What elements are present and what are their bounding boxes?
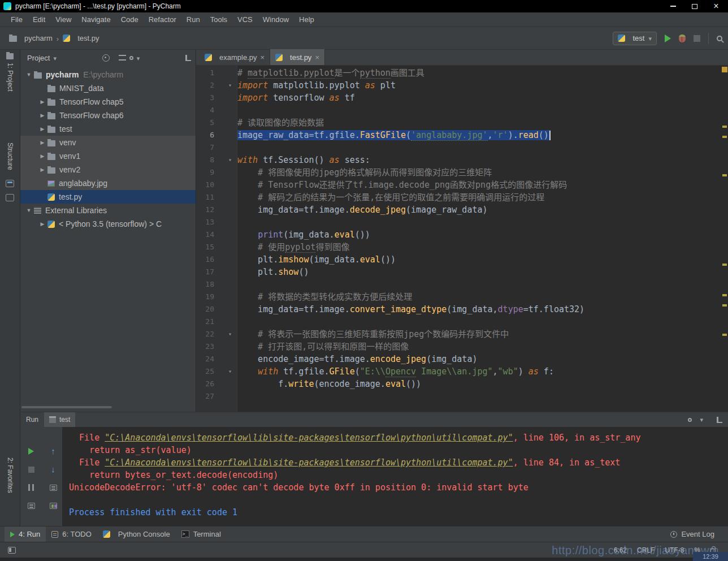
editor-tab-example-py[interactable]: example.py bbox=[200, 49, 270, 65]
tree-item-tensorflow-chap6[interactable]: TensorFlow chap6 bbox=[20, 109, 196, 122]
tool-window-toggle-icon[interactable] bbox=[8, 547, 16, 554]
code-line-15[interactable]: 15 # 使用pyplot得到图像 bbox=[196, 241, 721, 253]
maximize-button[interactable] bbox=[686, 1, 703, 12]
tool-button-4-run[interactable]: 4: Run bbox=[5, 527, 46, 542]
expand-arrow-icon[interactable] bbox=[37, 167, 47, 172]
tree-item-test-py[interactable]: test.py bbox=[20, 190, 196, 204]
run-config-selector[interactable]: test bbox=[613, 32, 657, 45]
code-line-13[interactable]: 13 bbox=[196, 216, 721, 228]
stop-button[interactable] bbox=[694, 35, 700, 42]
expand-arrow-icon[interactable] bbox=[37, 99, 47, 105]
tab-close-icon[interactable] bbox=[315, 53, 319, 62]
tree-item-venv2[interactable]: venv2 bbox=[20, 163, 196, 176]
menu-code[interactable]: Code bbox=[116, 12, 144, 27]
tool-button-terminal[interactable]: >_Terminal bbox=[176, 527, 227, 542]
code-line-25[interactable]: 25 with tf.gfile.GFile("E:\\Opencv Image… bbox=[196, 365, 721, 378]
code-line-11[interactable]: 11 # 解码之后的结果为一个张量,在使用它的取值之前需要明确调用运行的过程 bbox=[196, 191, 721, 204]
fold-marker-icon[interactable] bbox=[214, 365, 237, 378]
code-line-17[interactable]: 17 plt.show() bbox=[196, 266, 721, 278]
menu-run[interactable]: Run bbox=[181, 12, 205, 27]
code-line-24[interactable]: 24 encode_image=tf.image.encode_jpeg(img… bbox=[196, 353, 721, 365]
menu-help[interactable]: Help bbox=[294, 12, 319, 27]
menu-window[interactable]: Window bbox=[258, 12, 294, 27]
run-button[interactable] bbox=[665, 34, 671, 42]
collapse-arrow-icon[interactable] bbox=[24, 72, 34, 77]
console-file-link[interactable]: "C:\Anaconda\envs\tensorflow\lib\site-pa… bbox=[105, 458, 513, 468]
code-line-20[interactable]: 20 img_data=tf.image.convert_image_dtype… bbox=[196, 303, 721, 316]
warning-stripe-mark[interactable] bbox=[722, 264, 727, 266]
status-item-6-62[interactable]: 6:62 bbox=[614, 546, 627, 554]
scrollbar-error-stripe[interactable] bbox=[721, 66, 728, 412]
tree-item-python-3-5-tensorflow-c[interactable]: < Python 3.5 (tensorflow) > C bbox=[20, 217, 196, 231]
horizontal-scrollbar[interactable] bbox=[21, 406, 112, 408]
tool-button-python-console[interactable]: Python Console bbox=[97, 527, 176, 542]
run-console-output[interactable]: File "C:\Anaconda\envs\tensorflow\lib\si… bbox=[62, 427, 728, 526]
expand-arrow-icon[interactable] bbox=[37, 126, 47, 132]
project-panel-title[interactable]: Project bbox=[27, 54, 50, 62]
code-line-12[interactable]: 12 img_data=tf.image.decode_jpeg(image_r… bbox=[196, 204, 721, 216]
breadcrumb-item-pycharm[interactable]: pycharm bbox=[9, 34, 53, 42]
tree-item-mnist-data[interactable]: MNIST_data bbox=[20, 81, 196, 95]
warning-stripe-mark[interactable] bbox=[722, 126, 727, 128]
code-line-6[interactable]: 6image_raw_data=tf.gfile.FastGFile('angl… bbox=[196, 129, 721, 141]
code-line-1[interactable]: 1# matplotlib.pyplot是一个python画图工具 bbox=[196, 67, 721, 79]
menu-file[interactable]: File bbox=[6, 12, 28, 27]
code-line-9[interactable]: 9 # 将图像使用的jpeg的格式解码从而得到图像对应的三维矩阵 bbox=[196, 166, 721, 179]
status-item-utf-8[interactable]: UTF-8 bbox=[665, 546, 684, 554]
tool-button-2-favorites[interactable]: 2: Favorites bbox=[6, 454, 14, 497]
search-everywhere-button[interactable] bbox=[717, 36, 722, 41]
soft-wrap-button[interactable] bbox=[48, 500, 58, 511]
tool-button-structure[interactable]: Structure bbox=[6, 139, 14, 174]
code-line-26[interactable]: 26 f.write(encode_image.eval()) bbox=[196, 378, 721, 390]
tree-item-test[interactable]: test bbox=[20, 122, 196, 136]
warning-stripe-mark[interactable] bbox=[722, 174, 727, 176]
code-line-14[interactable]: 14 print(img_data.eval()) bbox=[196, 228, 721, 241]
code-line-22[interactable]: 22 # 将表示一张图像的三维矩阵重新按照jpeg个数编码并存到文件中 bbox=[196, 328, 721, 340]
stop-process-button[interactable] bbox=[26, 464, 36, 474]
code-line-18[interactable]: 18 bbox=[196, 278, 721, 291]
code-line-27[interactable]: 27 bbox=[196, 390, 721, 403]
console-file-link[interactable]: "C:\Anaconda\envs\tensorflow\lib\site-pa… bbox=[105, 433, 513, 443]
expand-arrow-icon[interactable] bbox=[37, 153, 47, 159]
menu-view[interactable]: View bbox=[50, 12, 76, 27]
code-line-4[interactable]: 4 bbox=[196, 104, 721, 116]
code-line-21[interactable]: 21 bbox=[196, 316, 721, 328]
close-button[interactable] bbox=[708, 1, 725, 12]
expand-arrow-icon[interactable] bbox=[37, 113, 47, 118]
code-line-3[interactable]: 3import tensorflow as tf bbox=[196, 92, 721, 104]
breadcrumb-item-test-py[interactable]: test.py bbox=[63, 34, 99, 42]
menu-refactor[interactable]: Refactor bbox=[144, 12, 181, 27]
tool-button-6-todo[interactable]: 6: TODO bbox=[46, 527, 97, 542]
code-line-16[interactable]: 16 plt.imshow(img_data.eval()) bbox=[196, 253, 721, 266]
hide-panel-icon[interactable] bbox=[717, 417, 722, 423]
minimize-button[interactable] bbox=[665, 1, 682, 12]
menu-tools[interactable]: Tools bbox=[205, 12, 232, 27]
code-line-23[interactable]: 23 # 打开该图,可以得到和原图一样的图像 bbox=[196, 340, 721, 353]
editor-tab-test-py[interactable]: test.py bbox=[270, 49, 325, 65]
code-line-2[interactable]: 2import matplotlib.pyplot as plt bbox=[196, 79, 721, 92]
menu-vcs[interactable]: VCS bbox=[232, 12, 258, 27]
gear-icon[interactable] bbox=[129, 56, 133, 60]
run-session-tab[interactable]: test bbox=[44, 412, 75, 427]
tool-button-event-log[interactable]: Event Log bbox=[665, 527, 720, 542]
locate-file-icon[interactable] bbox=[102, 54, 110, 62]
code-editor[interactable]: 1# matplotlib.pyplot是一个python画图工具2import… bbox=[196, 66, 721, 412]
tab-close-icon[interactable] bbox=[260, 53, 265, 62]
tool-window-icon[interactable] bbox=[6, 180, 14, 187]
expand-arrow-icon[interactable] bbox=[37, 140, 47, 145]
tool-button-1-project[interactable]: 1: Project bbox=[6, 50, 14, 95]
collapse-arrow-icon[interactable] bbox=[24, 208, 34, 213]
tree-item-pycharm[interactable]: pycharmE:\pycharm bbox=[20, 68, 196, 81]
code-line-7[interactable]: 7 bbox=[196, 141, 721, 154]
debug-button[interactable] bbox=[679, 34, 686, 42]
down-stack-trace-button[interactable] bbox=[48, 464, 58, 474]
fold-marker-icon[interactable] bbox=[214, 328, 237, 340]
warning-stripe-mark[interactable] bbox=[722, 294, 727, 296]
restore-layout-button[interactable] bbox=[48, 482, 58, 493]
status-item-crlf[interactable]: CRLF bbox=[637, 546, 655, 554]
menu-edit[interactable]: Edit bbox=[28, 12, 50, 27]
chevron-down-icon[interactable] bbox=[53, 54, 57, 62]
menu-navigate[interactable]: Navigate bbox=[76, 12, 115, 27]
code-line-8[interactable]: 8with tf.Session() as sess: bbox=[196, 154, 721, 166]
warning-stripe-mark[interactable] bbox=[722, 304, 727, 307]
